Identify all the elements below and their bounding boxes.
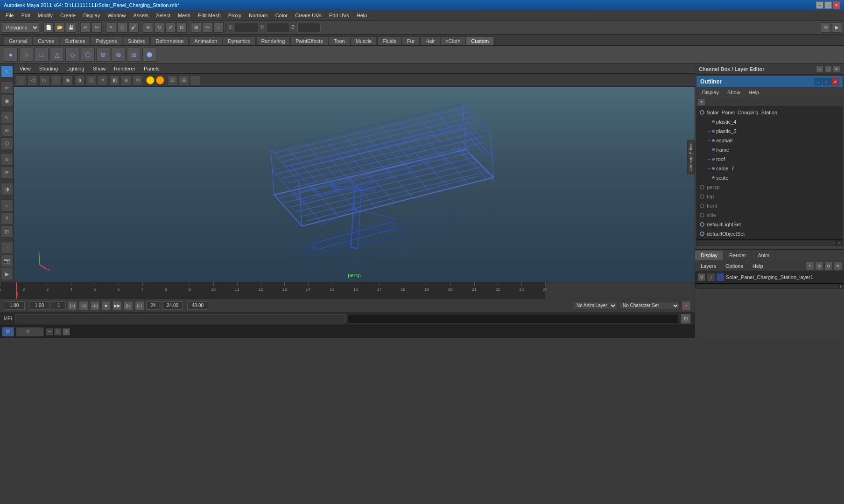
anim-end-input[interactable] — [187, 301, 208, 310]
curve-tool-button[interactable]: ∿ — [1, 111, 13, 123]
camera-button[interactable]: 📷 — [1, 255, 13, 267]
redo-button[interactable]: ↪ — [91, 22, 102, 33]
layer-color-swatch[interactable] — [717, 273, 724, 281]
light-button[interactable]: ☀ — [98, 75, 108, 85]
textured-button[interactable]: ⬡ — [86, 75, 96, 85]
menu-item-select[interactable]: Select — [152, 12, 174, 19]
show-manip-button[interactable]: ⬦ — [1, 199, 13, 211]
outliner-display-menu[interactable]: Display — [698, 89, 723, 96]
select-mode-button[interactable]: ↖ — [1, 65, 13, 77]
maximize-button[interactable]: □ — [824, 1, 832, 9]
layer-item[interactable]: V / Solar_Panel_Charging_Station_layer1 — [696, 272, 843, 282]
autokey-button[interactable]: ● — [682, 301, 691, 310]
prev-view-button[interactable]: ◁ — [28, 75, 38, 85]
select-tool-button[interactable]: ↖ — [106, 22, 116, 33]
paint-select-button[interactable]: 🖌 — [128, 22, 139, 33]
script-editor-taskbar-button[interactable]: C... — [16, 327, 44, 336]
timeline-ruler[interactable]: 123456789101112131415161718192021222324 … — [0, 282, 545, 299]
tree-item[interactable]: persp — [696, 182, 843, 192]
shelf-icon-6[interactable]: ⬡ — [81, 48, 95, 62]
snap-button[interactable]: ⊡ — [1, 225, 13, 238]
menu-item-color[interactable]: Color — [272, 12, 291, 19]
range-start-input[interactable] — [29, 301, 50, 310]
le-tab-anim[interactable]: Anim — [752, 251, 775, 260]
shelf-icon-9[interactable]: ⊞ — [127, 48, 141, 62]
paint-tool-button[interactable]: ✏ — [1, 82, 13, 94]
menu-item-create[interactable]: Create — [56, 12, 79, 19]
timeline-area[interactable]: 123456789101112131415161718192021222324 … — [0, 282, 695, 299]
shelf-icon-1[interactable]: ● — [4, 48, 18, 62]
shelf-tab-deformation[interactable]: Deformation — [150, 36, 189, 45]
shelf-tab-toon[interactable]: Toon — [329, 36, 350, 45]
render-tool-button[interactable]: ◑ — [1, 183, 13, 195]
show-menu[interactable]: Show — [89, 65, 110, 72]
le-hscroll[interactable] — [696, 285, 837, 288]
tree-item[interactable]: defaultObjectSet — [696, 229, 843, 238]
layer-button[interactable]: ≡ — [1, 242, 13, 254]
play-back-button[interactable]: ◁◁ — [90, 301, 99, 310]
viewport-3d[interactable]: persp x y — [14, 87, 695, 282]
shelf-tab-dynamics[interactable]: Dynamics — [223, 36, 255, 45]
shelf-icon-5[interactable]: ◇ — [65, 48, 79, 62]
le-tab-display[interactable]: Display — [695, 251, 724, 260]
scale-button[interactable]: ⤢ — [165, 22, 176, 33]
le-layers-menu[interactable]: Layers — [697, 262, 720, 270]
shelf-tab-custom[interactable]: Custom — [466, 36, 494, 45]
anim-tool-button[interactable]: ⟳ — [1, 167, 13, 179]
taskbar-btn-1[interactable]: ─ — [46, 328, 53, 336]
outliner-expand-btn[interactable]: ▼ — [698, 99, 705, 105]
cb-close-btn[interactable]: ✕ — [833, 65, 840, 73]
xray-button[interactable]: ⊕ — [121, 75, 131, 85]
smooth-button[interactable]: ◉ — [63, 75, 73, 85]
anim-range-end-input[interactable] — [146, 301, 160, 310]
camera-bookmark-button[interactable]: 🎥 — [16, 75, 26, 85]
step-back-button[interactable]: ◁| — [79, 301, 88, 310]
menu-item-edit[interactable]: Edit — [18, 12, 34, 19]
render-settings-button[interactable]: ⚙ — [821, 22, 831, 33]
shelf-tab-hair[interactable]: Hair — [420, 36, 440, 45]
le-tab-render[interactable]: Render — [724, 251, 752, 260]
close-button[interactable]: ✕ — [833, 1, 840, 9]
lighting-menu[interactable]: Lighting — [63, 65, 88, 72]
tree-item[interactable]: cable_7 — [696, 164, 843, 173]
tree-item[interactable]: front — [696, 201, 843, 210]
shelf-icon-2[interactable]: ○ — [19, 48, 33, 62]
script-editor-button[interactable]: ⊡ — [681, 314, 691, 324]
shelf-tab-subdvs[interactable]: Subdvs — [123, 36, 150, 45]
shelf-tab-animation[interactable]: Animation — [189, 36, 222, 45]
playblast-button[interactable]: ▶ — [1, 268, 13, 280]
le-new-layer-btn[interactable]: + — [806, 262, 814, 270]
move-button[interactable]: ✛ — [143, 22, 153, 33]
outliner-restore-btn[interactable]: □ — [823, 78, 830, 85]
panels-menu[interactable]: Panels — [140, 65, 163, 72]
shelf-icon-7[interactable]: ⊕ — [96, 48, 110, 62]
outliner-minimize-btn[interactable]: – — [815, 78, 822, 85]
outliner-help-menu[interactable]: Help — [745, 89, 763, 96]
anim-range-start-input[interactable] — [52, 301, 66, 310]
menu-item-window[interactable]: Window — [104, 12, 129, 19]
menu-item-create-uvs[interactable]: Create UVs — [291, 12, 325, 19]
shelf-tab-polygons[interactable]: Polygons — [91, 36, 122, 45]
wireframe-button[interactable]: ⬚ — [51, 75, 61, 85]
deform-tool-button[interactable]: ≋ — [1, 154, 13, 166]
rotate-button[interactable]: ↻ — [154, 22, 164, 33]
render-button[interactable]: ▶ — [832, 22, 842, 33]
menu-item-help[interactable]: Help — [353, 12, 371, 19]
menu-item-edit-mesh[interactable]: Edit Mesh — [194, 12, 225, 19]
cb-restore-btn[interactable]: □ — [824, 65, 832, 73]
next-view-button[interactable]: ▷ — [39, 75, 49, 85]
sculpt-button[interactable]: ◉ — [1, 95, 13, 107]
shelf-tab-ncloth[interactable]: nCloth — [441, 36, 466, 45]
shelf-tab-fluids[interactable]: Fluids — [377, 36, 401, 45]
shelf-tab-painteffects[interactable]: PaintEffects — [290, 36, 328, 45]
outliner-close-btn[interactable]: ✕ — [831, 78, 839, 85]
outliner-hscroll-right[interactable]: ▷ — [836, 240, 843, 246]
transform-button[interactable]: ⊡ — [176, 22, 187, 33]
viewport-options-button[interactable]: ⚙ — [133, 75, 143, 85]
play-forward-button[interactable]: ▶▶ — [113, 301, 122, 310]
tree-item[interactable]: plastic_4 — [696, 117, 843, 126]
panel-config-button[interactable]: ⊞ — [179, 75, 189, 85]
anim-layer-dropdown[interactable]: No Anim Layer — [573, 301, 617, 310]
mel-input[interactable] — [15, 314, 346, 323]
shelf-icon-3[interactable]: □ — [35, 48, 49, 62]
